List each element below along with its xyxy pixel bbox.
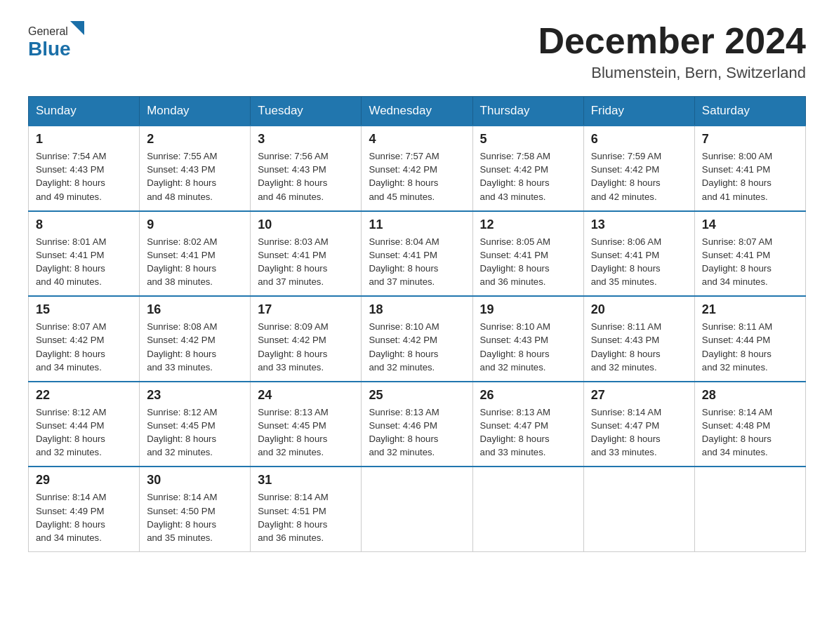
day-cell: 21 Sunrise: 8:11 AM Sunset: 4:44 PM Dayl… bbox=[694, 296, 805, 382]
day-cell: 22 Sunrise: 8:12 AM Sunset: 4:44 PM Dayl… bbox=[29, 382, 140, 467]
day-cell: 19 Sunrise: 8:10 AM Sunset: 4:43 PM Dayl… bbox=[472, 296, 583, 382]
calendar-header: SundayMondayTuesdayWednesdayThursdayFrid… bbox=[29, 97, 806, 126]
day-cell: 20 Sunrise: 8:11 AM Sunset: 4:43 PM Dayl… bbox=[583, 296, 694, 382]
day-number: 12 bbox=[480, 217, 576, 232]
day-info: Sunrise: 8:12 AM Sunset: 4:44 PM Dayligh… bbox=[36, 405, 132, 459]
day-cell: 28 Sunrise: 8:14 AM Sunset: 4:48 PM Dayl… bbox=[694, 382, 805, 467]
day-number: 21 bbox=[702, 302, 798, 317]
day-cell: 13 Sunrise: 8:06 AM Sunset: 4:41 PM Dayl… bbox=[583, 211, 694, 297]
day-cell: 17 Sunrise: 8:09 AM Sunset: 4:42 PM Dayl… bbox=[251, 296, 362, 382]
logo-arrow-icon bbox=[70, 21, 84, 35]
day-number: 18 bbox=[369, 302, 465, 317]
day-number: 2 bbox=[147, 132, 243, 147]
header-wednesday: Wednesday bbox=[362, 97, 472, 126]
header-thursday: Thursday bbox=[472, 97, 583, 126]
day-cell: 9 Sunrise: 8:02 AM Sunset: 4:41 PM Dayli… bbox=[140, 211, 251, 297]
day-cell: 26 Sunrise: 8:13 AM Sunset: 4:47 PM Dayl… bbox=[472, 382, 583, 467]
day-number: 3 bbox=[258, 132, 354, 147]
page-header: General Blue December 2024 Blumenstein, … bbox=[28, 21, 806, 82]
day-info: Sunrise: 7:56 AM Sunset: 4:43 PM Dayligh… bbox=[258, 149, 354, 203]
day-info: Sunrise: 8:04 AM Sunset: 4:41 PM Dayligh… bbox=[369, 235, 465, 289]
week-row-3: 15 Sunrise: 8:07 AM Sunset: 4:42 PM Dayl… bbox=[29, 296, 806, 382]
day-cell: 12 Sunrise: 8:05 AM Sunset: 4:41 PM Dayl… bbox=[472, 211, 583, 297]
day-info: Sunrise: 7:58 AM Sunset: 4:42 PM Dayligh… bbox=[480, 149, 576, 203]
day-info: Sunrise: 8:09 AM Sunset: 4:42 PM Dayligh… bbox=[258, 320, 354, 374]
day-info: Sunrise: 8:02 AM Sunset: 4:41 PM Dayligh… bbox=[147, 235, 243, 289]
day-info: Sunrise: 8:00 AM Sunset: 4:41 PM Dayligh… bbox=[702, 149, 798, 203]
day-cell bbox=[583, 467, 694, 551]
day-info: Sunrise: 7:55 AM Sunset: 4:43 PM Dayligh… bbox=[147, 149, 243, 203]
day-info: Sunrise: 8:14 AM Sunset: 4:51 PM Dayligh… bbox=[258, 490, 354, 544]
day-cell: 3 Sunrise: 7:56 AM Sunset: 4:43 PM Dayli… bbox=[251, 126, 362, 211]
day-number: 19 bbox=[480, 302, 576, 317]
day-number: 27 bbox=[591, 388, 687, 403]
day-info: Sunrise: 8:13 AM Sunset: 4:47 PM Dayligh… bbox=[480, 405, 576, 459]
day-info: Sunrise: 8:08 AM Sunset: 4:42 PM Dayligh… bbox=[147, 320, 243, 374]
day-info: Sunrise: 8:14 AM Sunset: 4:48 PM Dayligh… bbox=[702, 405, 798, 459]
day-cell: 8 Sunrise: 8:01 AM Sunset: 4:41 PM Dayli… bbox=[29, 211, 140, 297]
day-number: 28 bbox=[702, 388, 798, 403]
day-cell: 14 Sunrise: 8:07 AM Sunset: 4:41 PM Dayl… bbox=[694, 211, 805, 297]
day-cell bbox=[362, 467, 472, 551]
day-cell: 31 Sunrise: 8:14 AM Sunset: 4:51 PM Dayl… bbox=[251, 467, 362, 551]
day-number: 29 bbox=[36, 473, 132, 488]
header-tuesday: Tuesday bbox=[251, 97, 362, 126]
day-number: 14 bbox=[702, 217, 798, 232]
day-number: 20 bbox=[591, 302, 687, 317]
logo: General Blue bbox=[28, 21, 84, 60]
day-info: Sunrise: 8:14 AM Sunset: 4:49 PM Dayligh… bbox=[36, 490, 132, 544]
day-number: 26 bbox=[480, 388, 576, 403]
day-info: Sunrise: 8:14 AM Sunset: 4:50 PM Dayligh… bbox=[147, 490, 243, 544]
day-cell: 24 Sunrise: 8:13 AM Sunset: 4:45 PM Dayl… bbox=[251, 382, 362, 467]
day-info: Sunrise: 8:05 AM Sunset: 4:41 PM Dayligh… bbox=[480, 235, 576, 289]
week-row-4: 22 Sunrise: 8:12 AM Sunset: 4:44 PM Dayl… bbox=[29, 382, 806, 467]
day-number: 6 bbox=[591, 132, 687, 147]
day-number: 22 bbox=[36, 388, 132, 403]
day-number: 1 bbox=[36, 132, 132, 147]
day-number: 7 bbox=[702, 132, 798, 147]
logo-general-text: General bbox=[28, 25, 68, 38]
day-info: Sunrise: 8:01 AM Sunset: 4:41 PM Dayligh… bbox=[36, 235, 132, 289]
day-number: 15 bbox=[36, 302, 132, 317]
day-info: Sunrise: 8:12 AM Sunset: 4:45 PM Dayligh… bbox=[147, 405, 243, 459]
day-cell: 23 Sunrise: 8:12 AM Sunset: 4:45 PM Dayl… bbox=[140, 382, 251, 467]
day-number: 8 bbox=[36, 217, 132, 232]
day-number: 11 bbox=[369, 217, 465, 232]
title-block: December 2024 Blumenstein, Bern, Switzer… bbox=[538, 21, 806, 82]
day-cell: 1 Sunrise: 7:54 AM Sunset: 4:43 PM Dayli… bbox=[29, 126, 140, 211]
day-info: Sunrise: 8:03 AM Sunset: 4:41 PM Dayligh… bbox=[258, 235, 354, 289]
day-number: 9 bbox=[147, 217, 243, 232]
logo-blue-text: Blue bbox=[28, 38, 71, 60]
day-cell: 29 Sunrise: 8:14 AM Sunset: 4:49 PM Dayl… bbox=[29, 467, 140, 551]
header-monday: Monday bbox=[140, 97, 251, 126]
day-cell bbox=[694, 467, 805, 551]
day-info: Sunrise: 8:13 AM Sunset: 4:46 PM Dayligh… bbox=[369, 405, 465, 459]
day-number: 30 bbox=[147, 473, 243, 488]
day-info: Sunrise: 8:07 AM Sunset: 4:42 PM Dayligh… bbox=[36, 320, 132, 374]
header-friday: Friday bbox=[583, 97, 694, 126]
day-cell: 30 Sunrise: 8:14 AM Sunset: 4:50 PM Dayl… bbox=[140, 467, 251, 551]
location-title: Blumenstein, Bern, Switzerland bbox=[538, 64, 806, 82]
day-number: 5 bbox=[480, 132, 576, 147]
day-cell bbox=[472, 467, 583, 551]
day-number: 4 bbox=[369, 132, 465, 147]
day-cell: 18 Sunrise: 8:10 AM Sunset: 4:42 PM Dayl… bbox=[362, 296, 472, 382]
day-info: Sunrise: 8:06 AM Sunset: 4:41 PM Dayligh… bbox=[591, 235, 687, 289]
day-info: Sunrise: 8:10 AM Sunset: 4:43 PM Dayligh… bbox=[480, 320, 576, 374]
day-cell: 2 Sunrise: 7:55 AM Sunset: 4:43 PM Dayli… bbox=[140, 126, 251, 211]
logo-line1: General bbox=[28, 21, 84, 38]
day-info: Sunrise: 8:11 AM Sunset: 4:43 PM Dayligh… bbox=[591, 320, 687, 374]
day-cell: 6 Sunrise: 7:59 AM Sunset: 4:42 PM Dayli… bbox=[583, 126, 694, 211]
day-cell: 5 Sunrise: 7:58 AM Sunset: 4:42 PM Dayli… bbox=[472, 126, 583, 211]
day-info: Sunrise: 8:14 AM Sunset: 4:47 PM Dayligh… bbox=[591, 405, 687, 459]
day-number: 13 bbox=[591, 217, 687, 232]
calendar-table: SundayMondayTuesdayWednesdayThursdayFrid… bbox=[28, 96, 806, 552]
month-title: December 2024 bbox=[538, 21, 806, 61]
week-row-1: 1 Sunrise: 7:54 AM Sunset: 4:43 PM Dayli… bbox=[29, 126, 806, 211]
day-info: Sunrise: 7:54 AM Sunset: 4:43 PM Dayligh… bbox=[36, 149, 132, 203]
header-saturday: Saturday bbox=[694, 97, 805, 126]
day-number: 23 bbox=[147, 388, 243, 403]
day-cell: 4 Sunrise: 7:57 AM Sunset: 4:42 PM Dayli… bbox=[362, 126, 472, 211]
calendar-body: 1 Sunrise: 7:54 AM Sunset: 4:43 PM Dayli… bbox=[29, 126, 806, 551]
week-row-2: 8 Sunrise: 8:01 AM Sunset: 4:41 PM Dayli… bbox=[29, 211, 806, 297]
